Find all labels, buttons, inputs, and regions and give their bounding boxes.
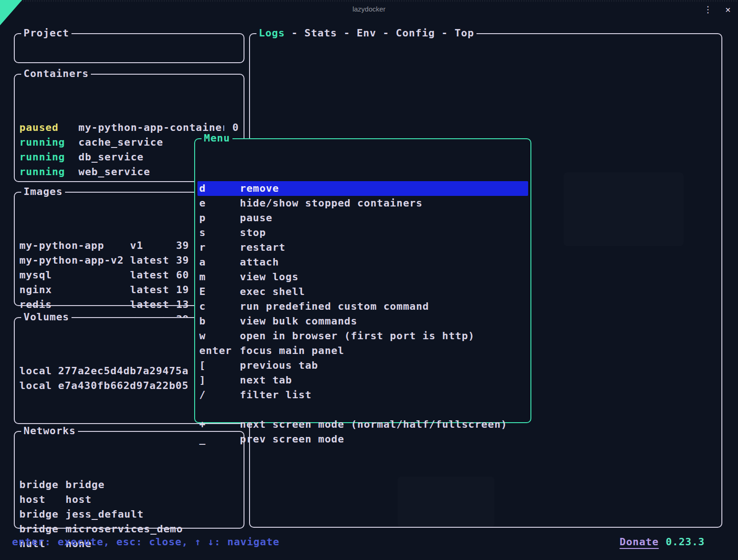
tab-separator: - xyxy=(376,27,396,39)
network-name: jess_default xyxy=(65,507,239,522)
menu-item-enter[interactable]: enterfocus main panel xyxy=(197,343,528,358)
menu-item-label xyxy=(240,402,528,417)
image-size: 13 xyxy=(176,297,189,312)
tab-separator: - xyxy=(285,27,304,39)
container-status: running xyxy=(19,150,78,165)
menu-item-label: pause xyxy=(240,211,528,225)
network-row[interactable]: hosthost xyxy=(19,492,239,507)
menu-item-label: view logs xyxy=(240,270,528,284)
titlebar: lazydocker ⋮ ✕ xyxy=(0,0,738,18)
menu-item-key: s xyxy=(199,225,240,240)
image-size: 19 xyxy=(176,283,189,297)
background-ghost xyxy=(398,477,494,527)
tab-separator: - xyxy=(435,27,454,39)
menu-item-+[interactable]: +next screen mode (normal/half/fullscree… xyxy=(197,417,528,432)
tab-stats[interactable]: Stats xyxy=(304,27,337,39)
close-icon[interactable]: ✕ xyxy=(726,0,731,18)
menu-item-label: filter list xyxy=(240,388,528,402)
project-panel[interactable]: Project Docker xyxy=(14,33,244,63)
network-driver: bridge xyxy=(19,477,65,492)
menu-item-d[interactable]: dremove xyxy=(197,181,528,196)
image-tag: latest xyxy=(130,268,176,283)
image-tag: latest xyxy=(130,297,176,312)
menu-item-b[interactable]: bview bulk commands xyxy=(197,314,528,329)
menu-item-/[interactable]: /filter list xyxy=(197,388,528,402)
image-tag: latest xyxy=(130,283,176,297)
project-panel-title: Project xyxy=(21,27,71,40)
menu-item-r[interactable]: rrestart xyxy=(197,240,528,255)
menu-item-p[interactable]: ppause xyxy=(197,211,528,225)
image-name: my-python-app-v2 xyxy=(19,253,130,268)
menu-item-_[interactable]: _prev screen mode xyxy=(197,432,528,447)
menu-item-key: / xyxy=(199,388,240,402)
menu-item-key: ] xyxy=(199,373,240,388)
menu-item-label: stop xyxy=(240,225,528,240)
window-title: lazydocker xyxy=(0,0,738,18)
menu-item-label: next tab xyxy=(240,373,528,388)
menu-item-label: view bulk commands xyxy=(240,314,528,329)
container-status: paused xyxy=(19,120,78,135)
menu-item-s[interactable]: sstop xyxy=(197,225,528,240)
statusbar-hints: enter: execute, esc: close, ↑ ↓: navigat… xyxy=(12,534,280,550)
volume-driver: local xyxy=(19,378,58,393)
menu-item-key: p xyxy=(199,211,240,225)
more-options-icon[interactable]: ⋮ xyxy=(704,0,713,18)
menu-item-key: r xyxy=(199,240,240,255)
menu-item-a[interactable]: aattach xyxy=(197,255,528,270)
menu-item-key: w xyxy=(199,329,240,343)
menu-item-label: remove xyxy=(240,181,528,196)
menu-item-list: dremoveehide/show stopped containersppau… xyxy=(195,174,530,447)
menu-item-key: c xyxy=(199,299,240,314)
version-label: 0.23.3 xyxy=(666,534,705,550)
network-driver: host xyxy=(19,492,65,507)
menu-item-label: next screen mode (normal/half/fullscreen… xyxy=(240,417,528,432)
network-name: host xyxy=(65,492,239,507)
image-size: 60 xyxy=(176,268,189,283)
statusbar-right: Donate 0.23.3 xyxy=(619,534,705,550)
network-name: bridge xyxy=(65,477,239,492)
menu-item-key: [ xyxy=(199,358,240,373)
background-ghost xyxy=(564,172,684,246)
menu-item-E[interactable]: Eexec shell xyxy=(197,284,528,299)
volume-driver: local xyxy=(19,364,58,378)
image-name: redis xyxy=(19,297,130,312)
images-panel-title: Images xyxy=(21,185,65,198)
menu-item-label: open in browser (first port is http) xyxy=(240,329,528,343)
container-status: running xyxy=(19,135,78,150)
menu-item-e[interactable]: ehide/show stopped containers xyxy=(197,196,528,211)
image-tag: latest xyxy=(130,253,176,268)
menu-item-key: b xyxy=(199,314,240,329)
menu-item-label: restart xyxy=(240,240,528,255)
menu-item-m[interactable]: mview logs xyxy=(197,270,528,284)
network-driver: bridge xyxy=(19,507,65,522)
tab-env[interactable]: Env xyxy=(357,27,376,39)
tab-logs[interactable]: Logs xyxy=(259,27,285,39)
tab-separator: - xyxy=(337,27,357,39)
image-size: 39 xyxy=(176,253,189,268)
network-row[interactable]: bridgejess_default xyxy=(19,507,239,522)
containers-panel-title: Containers xyxy=(21,67,91,80)
menu-item-w[interactable]: wopen in browser (first port is http) xyxy=(197,329,528,343)
menu-item-key xyxy=(199,402,240,417)
network-row[interactable]: bridgebridge xyxy=(19,477,239,492)
donate-link[interactable]: Donate xyxy=(619,534,659,550)
menu-item-label: previous tab xyxy=(240,358,528,373)
menu-item-][interactable]: ]next tab xyxy=(197,373,528,388)
main-tabs: Logs - Stats - Env - Config - Top xyxy=(256,27,476,40)
menu-item-key: a xyxy=(199,255,240,270)
tab-config[interactable]: Config xyxy=(396,27,435,39)
menu-item-label: focus main panel xyxy=(240,343,528,358)
menu-item-key: enter xyxy=(199,343,240,358)
image-name: my-python-app xyxy=(19,238,130,253)
menu-item-key: m xyxy=(199,270,240,284)
menu-item-key: d xyxy=(199,181,240,196)
container-status: running xyxy=(19,165,78,179)
menu-item-label: run predefined custom command xyxy=(240,299,528,314)
menu-item-[[interactable]: [previous tab xyxy=(197,358,528,373)
image-name: nginx xyxy=(19,283,130,297)
image-name: mysql xyxy=(19,268,130,283)
menu-item-c[interactable]: crun predefined custom command xyxy=(197,299,528,314)
menu-item-label: attach xyxy=(240,255,528,270)
tab-top[interactable]: Top xyxy=(454,27,474,39)
networks-panel-title: Networks xyxy=(21,424,78,437)
